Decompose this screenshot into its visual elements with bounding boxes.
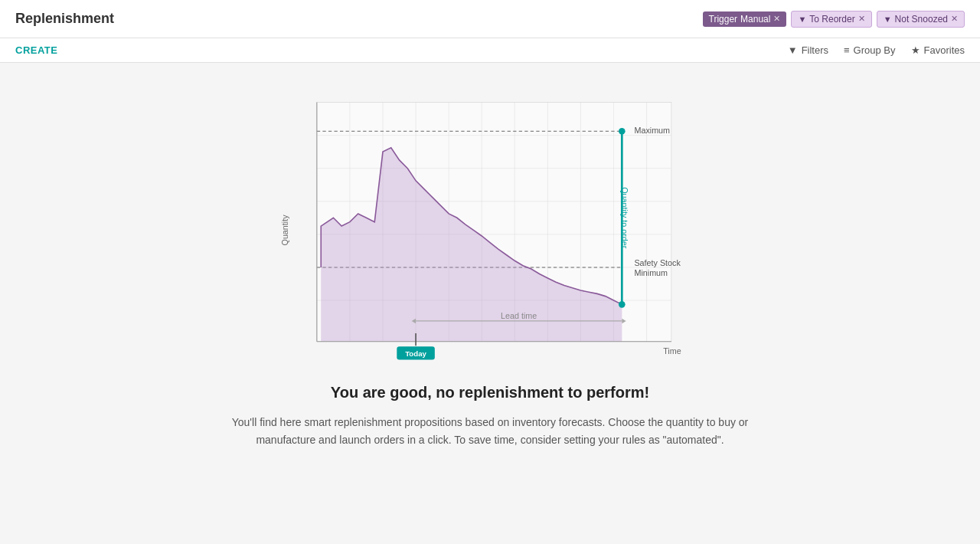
svg-text:Quantity: Quantity <box>280 215 289 246</box>
app-title: Replenishment <box>15 11 114 27</box>
filters-icon: ▼ <box>788 44 798 56</box>
close-not-snoozed-icon[interactable]: ✕ <box>951 14 958 24</box>
filter-tag-trigger[interactable]: Trigger Manual ✕ <box>703 11 787 27</box>
svg-text:Safety Stock: Safety Stock <box>634 258 681 267</box>
svg-text:Lead time: Lead time <box>501 311 537 320</box>
favorites-button[interactable]: ★ Favorites <box>911 44 965 56</box>
filters-label: Filters <box>802 44 828 56</box>
close-trigger-icon[interactable]: ✕ <box>773 14 780 24</box>
filter-icon-reorder: ▼ <box>798 15 806 24</box>
svg-text:Today: Today <box>405 349 426 358</box>
to-reorder-value: To Reorder <box>809 14 854 25</box>
replenishment-chart: Quantity to order Lead time Quantity Tim… <box>276 86 704 369</box>
main-content: Quantity to order Lead time Quantity Tim… <box>0 63 980 530</box>
chart-svg: Quantity to order Lead time Quantity Tim… <box>276 86 704 366</box>
trigger-label: Trigger <box>709 14 738 25</box>
empty-state-title: You are good, no replenishment to perfor… <box>331 384 649 401</box>
groupby-icon: ≡ <box>844 44 850 56</box>
not-snoozed-value: Not Snoozed <box>895 14 948 25</box>
toolbar-right: ▼ Filters ≡ Group By ★ Favorites <box>788 44 965 56</box>
svg-point-21 <box>619 128 626 135</box>
actions-bar: CREATE ▼ Filters ≡ Group By ★ Favorites <box>0 38 980 63</box>
filter-tag-not-snoozed[interactable]: ▼ Not Snoozed ✕ <box>877 11 965 28</box>
svg-point-22 <box>619 301 626 308</box>
trigger-value: Manual <box>740 14 770 25</box>
filter-tag-to-reorder[interactable]: ▼ To Reorder ✕ <box>791 11 871 28</box>
svg-text:Minimum: Minimum <box>634 268 668 277</box>
svg-text:Quantity to order: Quantity to order <box>620 187 629 248</box>
favorites-star-icon: ★ <box>911 44 920 56</box>
header-top-bar: Replenishment Trigger Manual ✕ ▼ To Reor… <box>0 0 980 38</box>
groupby-button[interactable]: ≡ Group By <box>844 44 896 56</box>
active-filters: Trigger Manual ✕ ▼ To Reorder ✕ ▼ Not Sn… <box>703 11 965 28</box>
close-to-reorder-icon[interactable]: ✕ <box>858 14 865 24</box>
groupby-label: Group By <box>854 44 896 56</box>
create-button[interactable]: CREATE <box>15 44 57 56</box>
svg-text:Maximum: Maximum <box>634 126 670 135</box>
svg-text:Time: Time <box>663 346 681 356</box>
filters-button[interactable]: ▼ Filters <box>788 44 828 56</box>
favorites-label: Favorites <box>924 44 965 56</box>
filter-icon-snoozed: ▼ <box>884 15 892 24</box>
empty-state-description: You'll find here smart replenishment pro… <box>230 414 750 448</box>
